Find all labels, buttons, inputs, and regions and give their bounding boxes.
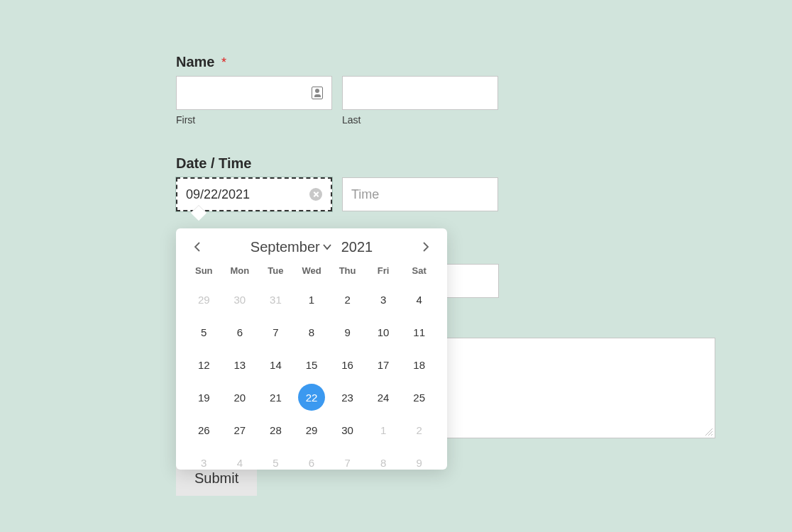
calendar-day[interactable]: 18 xyxy=(401,348,437,381)
date-picker-popup: September 2021 Sun Mon Tue Wed Thu Fri S… xyxy=(176,228,447,470)
calendar-day-selected[interactable]: 22 xyxy=(294,381,330,414)
chevron-left-icon xyxy=(194,242,201,252)
calendar-day[interactable]: 20 xyxy=(222,381,258,414)
dow-wed: Wed xyxy=(294,261,330,283)
chevron-right-icon xyxy=(422,242,429,252)
name-label-text: Name xyxy=(176,54,214,70)
calendar-day[interactable]: 17 xyxy=(365,348,402,381)
calendar-day[interactable]: 7 xyxy=(258,316,294,348)
date-input-value: 09/22/2021 xyxy=(186,187,250,202)
svg-line-2 xyxy=(711,434,713,436)
dow-sun: Sun xyxy=(186,261,222,283)
dow-fri: Fri xyxy=(365,261,402,283)
calendar-day[interactable]: 2 xyxy=(329,283,365,316)
calendar-day[interactable]: 3 xyxy=(365,283,402,316)
calendar-day[interactable]: 1 xyxy=(294,283,330,316)
contact-card-icon xyxy=(312,87,323,99)
calendar-day[interactable]: 14 xyxy=(258,348,294,381)
calendar-day[interactable]: 25 xyxy=(401,381,437,414)
dow-sat: Sat xyxy=(401,261,437,283)
clear-date-icon[interactable] xyxy=(309,188,322,201)
calendar-day: 31 xyxy=(258,283,294,316)
svg-line-0 xyxy=(705,428,713,436)
calendar-day[interactable]: 9 xyxy=(329,316,365,348)
calendar-day[interactable]: 19 xyxy=(186,381,222,414)
calendar-day[interactable]: 29 xyxy=(294,414,330,446)
calendar-year-label[interactable]: 2021 xyxy=(341,239,373,255)
first-name-caption: First xyxy=(176,114,332,126)
calendar-day[interactable]: 4 xyxy=(401,283,437,316)
calendar-day[interactable]: 21 xyxy=(258,381,294,414)
calendar-day[interactable]: 26 xyxy=(186,414,222,446)
calendar-day: 9 xyxy=(401,446,437,479)
calendar-day: 2 xyxy=(401,414,437,446)
calendar-day[interactable]: 13 xyxy=(222,348,258,381)
calendar-day: 5 xyxy=(258,446,294,479)
calendar-day[interactable]: 11 xyxy=(401,316,437,348)
calendar-day: 8 xyxy=(365,446,402,479)
calendar-day[interactable]: 5 xyxy=(186,316,222,348)
calendar-day: 30 xyxy=(222,283,258,316)
popup-notch xyxy=(191,205,207,221)
last-name-input[interactable] xyxy=(342,76,498,110)
calendar-day: 29 xyxy=(186,283,222,316)
last-name-caption: Last xyxy=(342,114,498,126)
calendar-day[interactable]: 12 xyxy=(186,348,222,381)
calendar-day: 1 xyxy=(365,414,402,446)
calendar-day[interactable]: 28 xyxy=(258,414,294,446)
calendar-day[interactable]: 27 xyxy=(222,414,258,446)
chevron-down-icon xyxy=(323,243,331,250)
calendar-day: 7 xyxy=(329,446,365,479)
time-placeholder: Time xyxy=(351,187,379,202)
resize-grip-icon xyxy=(704,427,713,436)
next-month-button[interactable] xyxy=(417,238,434,255)
datetime-label: Date / Time xyxy=(176,155,715,172)
prev-month-button[interactable] xyxy=(189,238,206,255)
calendar-month-label: September xyxy=(251,239,320,255)
calendar-day[interactable]: 15 xyxy=(294,348,330,381)
calendar-day[interactable]: 8 xyxy=(294,316,330,348)
first-name-input[interactable] xyxy=(176,76,332,110)
calendar-day[interactable]: 24 xyxy=(365,381,402,414)
date-input[interactable]: 09/22/2021 xyxy=(176,177,332,211)
calendar-day[interactable]: 10 xyxy=(365,316,402,348)
calendar-grid: Sun Mon Tue Wed Thu Fri Sat 29 30 31 1 2… xyxy=(186,261,437,479)
calendar-day: 3 xyxy=(186,446,222,479)
dow-thu: Thu xyxy=(329,261,365,283)
calendar-day: 6 xyxy=(294,446,330,479)
calendar-day[interactable]: 16 xyxy=(329,348,365,381)
required-star: * xyxy=(221,55,226,70)
calendar-day[interactable]: 30 xyxy=(329,414,365,446)
calendar-day[interactable]: 6 xyxy=(222,316,258,348)
svg-line-1 xyxy=(708,431,713,436)
time-input[interactable]: Time xyxy=(342,177,498,211)
dow-tue: Tue xyxy=(258,261,294,283)
name-label: Name * xyxy=(176,54,715,70)
calendar-day: 4 xyxy=(222,446,258,479)
month-select[interactable]: September xyxy=(251,239,331,255)
calendar-day[interactable]: 23 xyxy=(329,381,365,414)
dow-mon: Mon xyxy=(222,261,258,283)
